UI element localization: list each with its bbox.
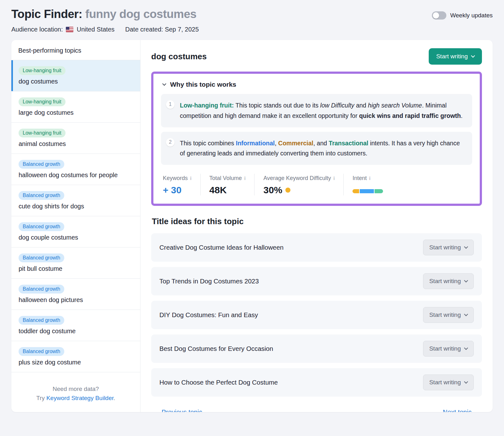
arrow-right-icon: → — [475, 409, 481, 412]
start-writing-idea-button[interactable]: Start writing — [423, 273, 474, 289]
content-card: Best-performing topics Low-hanging fruit… — [11, 40, 493, 412]
need-more-data-text: Need more data? — [18, 385, 134, 394]
topic-label: toddler dog costume — [19, 328, 134, 335]
date-created: Date created: Sep 7, 2025 — [125, 26, 199, 33]
info-icon[interactable]: i — [190, 176, 192, 181]
point-text-segment: This topic stands out due to its — [236, 102, 320, 109]
sidebar-topic-item[interactable]: Balanced growthdog couple costumes — [11, 216, 140, 247]
point-text-segment: Commercial — [278, 140, 313, 147]
point-text-segment: high search Volume — [368, 102, 422, 109]
topic-label: dog couple costumes — [19, 234, 134, 241]
topic-label: cute dog shirts for dogs — [19, 203, 134, 210]
topic-list: Low-hanging fruitdog costumesLow-hanging… — [11, 60, 140, 377]
toggle-knob — [433, 12, 439, 19]
page-title-query: funny dog costumes — [82, 8, 197, 20]
info-icon[interactable]: i — [369, 176, 370, 181]
start-writing-idea-button[interactable]: Start writing — [423, 375, 474, 390]
arrow-left-icon: ← — [152, 409, 158, 412]
title-idea-row: How to Choose the Perfect Dog CostumeSta… — [151, 368, 482, 397]
sidebar-topic-item[interactable]: Low-hanging fruitdog costumes — [11, 60, 140, 91]
topic-label: plus size dog costume — [19, 359, 134, 366]
start-writing-idea-button[interactable]: Start writing — [423, 307, 474, 323]
sidebar-topic-item[interactable]: Low-hanging fruitlarge dog costumes — [11, 91, 140, 123]
why-point: 2This topic combines Informational, Comm… — [161, 132, 472, 165]
info-icon[interactable]: i — [244, 176, 246, 181]
weekly-updates-toggle[interactable] — [432, 11, 446, 20]
topic-label: large dog costumes — [19, 109, 134, 116]
metric-avg-difficulty: Average Keyword Difficulty i 30% — [254, 174, 343, 195]
why-topic-works-header[interactable]: Why this topic works — [161, 81, 472, 88]
start-writing-idea-button[interactable]: Start writing — [423, 341, 474, 357]
metric-intent: Intent i — [343, 174, 392, 195]
previous-topic-link[interactable]: ← Previous topic — [152, 408, 202, 412]
title-idea-text: Best Dog Costumes for Every Occasion — [159, 345, 273, 352]
metric-keywords: Keywords i + 30 — [161, 174, 200, 195]
sidebar-topic-item[interactable]: Balanced growthpit bull costume — [11, 247, 140, 279]
point-text-segment: , — [275, 140, 278, 147]
intent-segment-transactional — [375, 189, 383, 193]
topic-badge: Balanced growth — [19, 253, 64, 262]
point-text-segment: , and — [313, 140, 329, 147]
point-text-segment: . — [461, 112, 462, 119]
chevron-down-icon — [464, 312, 468, 316]
title-idea-row: Best Dog Costumes for Every OccasionStar… — [151, 334, 482, 363]
keywords-label: Keywords — [163, 175, 188, 182]
page-header: Topic Finder: funny dog costumes Weekly … — [11, 8, 493, 21]
best-performing-topics-panel: Best-performing topics Low-hanging fruit… — [11, 40, 140, 412]
sidebar-topic-item[interactable]: Balanced growthcute dog shirts for dogs — [11, 185, 140, 216]
topic-badge: Balanced growth — [19, 347, 64, 356]
topic-badge: Balanced growth — [19, 160, 64, 169]
point-text-segment: Low-hanging fruit: — [180, 102, 236, 109]
topic-finder-page: Topic Finder: funny dog costumes Weekly … — [0, 0, 504, 412]
page-title: Topic Finder: funny dog costumes — [11, 8, 197, 21]
intent-label: Intent — [352, 175, 367, 182]
sidebar-topic-item[interactable]: Balanced growthtoddler dog costume — [11, 310, 140, 341]
topic-detail-header: dog costumes Start writing — [151, 48, 482, 65]
report-meta: Audience location: United States Date cr… — [11, 26, 493, 33]
us-flag-icon — [66, 27, 73, 32]
avg-difficulty-label: Average Keyword Difficulty — [263, 175, 331, 182]
intent-bar — [352, 189, 383, 193]
why-topic-works-title: Why this topic works — [170, 81, 236, 88]
point-text-segment: quick wins and rapid traffic growth — [359, 112, 461, 119]
point-text-segment: low Difficulty — [320, 102, 354, 109]
title-idea-row: Top Trends in Dog Costumes 2023Start wri… — [151, 267, 482, 295]
sidebar-topic-item[interactable]: Balanced growthplus size dog costume — [11, 341, 140, 372]
try-text: Try — [36, 395, 46, 401]
start-writing-idea-label: Start writing — [429, 379, 461, 386]
topic-badge: Low-hanging fruit — [19, 66, 66, 75]
next-topic-link[interactable]: Next topic → — [443, 408, 481, 412]
info-icon[interactable]: i — [334, 176, 335, 181]
total-volume-value: 48K — [209, 185, 246, 195]
start-writing-button[interactable]: Start writing — [429, 48, 482, 65]
weekly-updates-control: Weekly updates — [432, 11, 493, 20]
sidebar-topic-item[interactable]: Balanced growthhalloween dog costumes fo… — [11, 154, 140, 185]
title-idea-row: DIY Dog Costumes: Fun and EasyStart writ… — [151, 301, 482, 329]
start-writing-idea-label: Start writing — [429, 278, 461, 285]
start-writing-idea-label: Start writing — [429, 244, 461, 251]
start-writing-idea-label: Start writing — [429, 345, 461, 352]
title-idea-row: Creative Dog Costume Ideas for Halloween… — [151, 233, 482, 262]
sidebar-footer: Need more data? Try Keyword Strategy Bui… — [11, 377, 140, 412]
keywords-value: + 30 — [163, 185, 192, 195]
topic-detail-panel: dog costumes Start writing Why this topi… — [140, 40, 493, 412]
intent-segment-commercial — [352, 189, 359, 193]
title-idea-text: Creative Dog Costume Ideas for Halloween — [159, 244, 284, 251]
collapse-chevron-icon — [162, 82, 166, 86]
intent-segment-informational — [360, 189, 374, 193]
sidebar-topic-item[interactable]: Low-hanging fruitanimal costumes — [11, 123, 140, 154]
topic-label: halloween dog costumes for people — [19, 171, 134, 179]
why-topic-works-box: Why this topic works 1Low-hanging fruit:… — [151, 72, 482, 206]
point-text-segment: and — [354, 102, 368, 109]
chevron-down-icon — [471, 54, 475, 58]
title-idea-text: How to Choose the Perfect Dog Costume — [159, 379, 278, 386]
topic-label: pit bull costume — [19, 265, 134, 272]
topic-badge: Balanced growth — [19, 222, 64, 231]
chevron-down-icon — [464, 278, 468, 282]
point-text-segment: Transactional — [329, 140, 369, 147]
start-writing-idea-button[interactable]: Start writing — [423, 240, 474, 255]
sidebar-topic-item[interactable]: Balanced growthhalloween dog pictures — [11, 279, 140, 310]
keyword-strategy-builder-link[interactable]: Keyword Strategy Builder — [46, 395, 113, 401]
total-volume-label: Total Volume — [209, 175, 242, 182]
title-ideas-list: Creative Dog Costume Ideas for Halloween… — [151, 233, 482, 402]
